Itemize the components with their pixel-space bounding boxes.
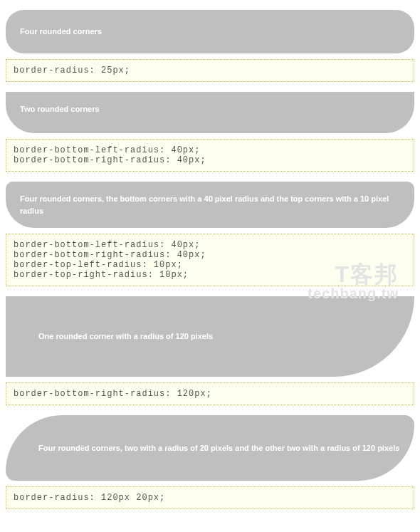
example-label: Two rounded corners <box>20 105 100 113</box>
page-container: T客邦 techbang.tw Four rounded corners bor… <box>6 10 414 509</box>
example-box-4: One rounded corner with a radius of 120 … <box>6 296 414 377</box>
code-box-5: border-radius: 120px 20px; <box>6 486 414 509</box>
code-box-4: border-bottom-right-radius: 120px; <box>6 382 414 405</box>
code-box-1: border-radius: 25px; <box>6 59 414 82</box>
example-box-1: Four rounded corners <box>6 10 414 53</box>
example-label: Four rounded corners <box>20 27 102 36</box>
example-label: Four rounded corners, the bottom corners… <box>20 194 389 215</box>
example-label: Four rounded corners, two with a radius … <box>38 444 399 452</box>
example-box-2: Two rounded corners <box>6 92 414 134</box>
code-box-3: border-bottom-left-radius: 40px; border-… <box>6 234 414 286</box>
example-label: One rounded corner with a radius of 120 … <box>38 332 213 340</box>
code-box-2: border-bottom-left-radius: 40px; border-… <box>6 139 414 172</box>
example-box-3: Four rounded corners, the bottom corners… <box>6 182 414 228</box>
example-box-5: Four rounded corners, two with a radius … <box>6 415 414 481</box>
